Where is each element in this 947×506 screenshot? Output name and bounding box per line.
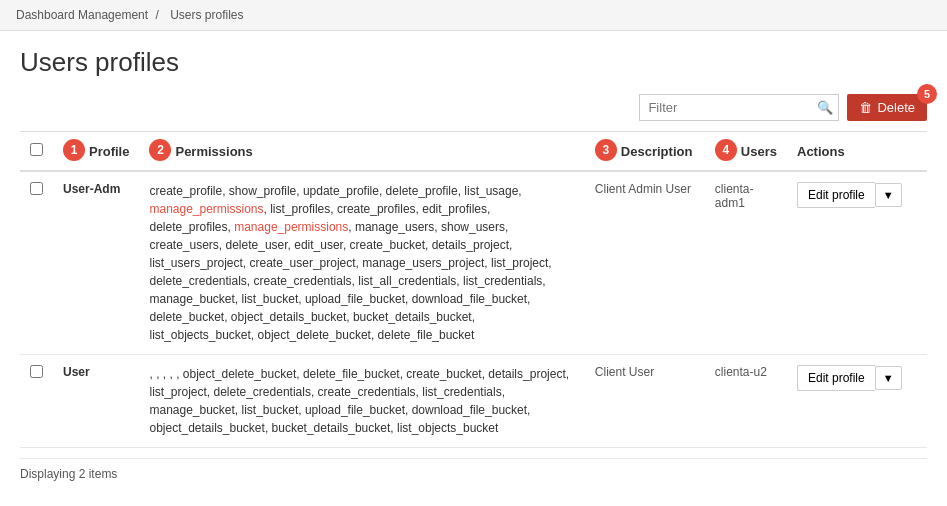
row2-action-group: Edit profile ▼ — [797, 365, 917, 391]
row1-checkbox[interactable] — [30, 182, 43, 195]
header-checkbox-cell — [20, 132, 53, 172]
delete-label: Delete — [877, 100, 915, 115]
search-icon: 🔍 — [817, 100, 833, 115]
breadcrumb-separator: / — [155, 8, 158, 22]
badge-3: 3 — [595, 139, 617, 161]
toolbar: 🔍 🗑 Delete 5 — [20, 94, 927, 121]
row1-action-group: Edit profile ▼ — [797, 182, 917, 208]
select-all-checkbox[interactable] — [30, 143, 43, 156]
row1-actions: Edit profile ▼ — [787, 171, 927, 355]
header-profile: 1 Profile — [53, 132, 139, 172]
row2-description: Client User — [585, 355, 705, 448]
badge-2: 2 — [149, 139, 171, 161]
breadcrumb: Dashboard Management / Users profiles — [0, 0, 947, 31]
header-users: 4 Users — [705, 132, 787, 172]
breadcrumb-current: Users profiles — [170, 8, 243, 22]
row2-permissions: , , , , , object_delete_bucket, delete_f… — [139, 355, 584, 448]
header-description: 3 Description — [585, 132, 705, 172]
badge-1: 1 — [63, 139, 85, 161]
filter-input[interactable] — [639, 94, 839, 121]
table-section: 1 Profile 2 Permissions 3 Descript — [20, 131, 927, 481]
badge-5: 5 — [917, 84, 937, 104]
row2-checkbox-cell — [20, 355, 53, 448]
row1-perm-highlight2: manage_permissions — [234, 220, 348, 234]
row1-users: clienta-adm1 — [705, 171, 787, 355]
row1-profile: User-Adm — [53, 171, 139, 355]
delete-icon: 🗑 — [859, 100, 872, 115]
table-row: User , , , , , object_delete_bucket, del… — [20, 355, 927, 448]
row1-perm-highlight: manage_permissions — [149, 202, 263, 216]
header-permissions-label: Permissions — [175, 144, 252, 159]
delete-button[interactable]: 🗑 Delete — [847, 94, 927, 121]
header-profile-label: Profile — [89, 144, 129, 159]
row1-permissions: create_profile, show_profile, update_pro… — [139, 171, 584, 355]
header-actions-label: Actions — [797, 144, 845, 159]
page-title: Users profiles — [20, 47, 927, 78]
row2-checkbox[interactable] — [30, 365, 43, 378]
header-users-label: Users — [741, 144, 777, 159]
row2-users: clienta-u2 — [705, 355, 787, 448]
table-row: User-Adm create_profile, show_profile, u… — [20, 171, 927, 355]
header-description-label: Description — [621, 144, 693, 159]
badge-4: 4 — [715, 139, 737, 161]
header-actions: Actions — [787, 132, 927, 172]
delete-wrapper: 🗑 Delete 5 — [847, 94, 927, 121]
row2-actions: Edit profile ▼ — [787, 355, 927, 448]
header-permissions: 2 Permissions — [139, 132, 584, 172]
row2-profile: User — [53, 355, 139, 448]
row2-edit-profile-button[interactable]: Edit profile — [797, 365, 875, 391]
row1-edit-profile-button[interactable]: Edit profile — [797, 182, 875, 208]
row1-checkbox-cell — [20, 171, 53, 355]
footer-display-text: Displaying 2 items — [20, 458, 927, 481]
breadcrumb-parent[interactable]: Dashboard Management — [16, 8, 148, 22]
filter-wrapper: 🔍 — [639, 94, 839, 121]
users-table: 1 Profile 2 Permissions 3 Descript — [20, 131, 927, 448]
table-header-row: 1 Profile 2 Permissions 3 Descript — [20, 132, 927, 172]
row2-dropdown-arrow-button[interactable]: ▼ — [875, 366, 902, 390]
row1-dropdown-arrow-button[interactable]: ▼ — [875, 183, 902, 207]
row1-description: Client Admin User — [585, 171, 705, 355]
